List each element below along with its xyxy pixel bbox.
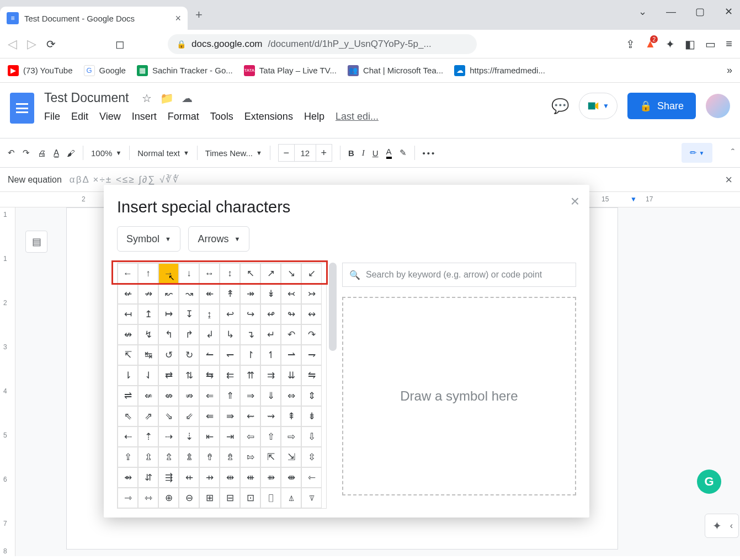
- character-cell[interactable]: ⇓: [260, 386, 281, 406]
- browser-menu-icon[interactable]: ≡: [726, 38, 732, 50]
- bookmark-item[interactable]: ☁https://framedmedi...: [454, 65, 545, 76]
- sidepanel-icon[interactable]: ◧: [685, 38, 695, 51]
- chevron-down-icon[interactable]: ⌄: [634, 3, 651, 20]
- character-cell[interactable]: ⌷: [260, 488, 281, 508]
- character-cell[interactable]: ⇎: [158, 386, 179, 406]
- redo-icon[interactable]: ↷: [23, 148, 30, 158]
- character-cell[interactable]: ↩: [220, 304, 240, 324]
- character-cell[interactable]: ⇿: [138, 488, 158, 508]
- character-cell[interactable]: ↰: [158, 324, 179, 345]
- character-cell[interactable]: ↧: [179, 304, 199, 324]
- character-cell[interactable]: ⇂: [118, 365, 138, 386]
- maximize-icon[interactable]: ▢: [691, 3, 708, 20]
- menu-extensions[interactable]: Extensions: [244, 111, 293, 122]
- character-cell[interactable]: ↴: [240, 324, 260, 345]
- increase-font-icon[interactable]: +: [316, 147, 332, 159]
- character-cell[interactable]: ↙: [301, 263, 322, 284]
- reload-icon[interactable]: ⟳: [46, 38, 56, 51]
- character-cell[interactable]: ⇇: [220, 365, 240, 386]
- character-cell[interactable]: ↓: [179, 263, 199, 284]
- character-cell[interactable]: ↠: [240, 284, 260, 304]
- collapse-toolbar-icon[interactable]: ˆ: [731, 147, 734, 159]
- character-cell[interactable]: ⇺: [240, 467, 260, 488]
- character-cell[interactable]: ⇹: [220, 467, 240, 488]
- font-size-stepper[interactable]: − 12 +: [278, 144, 332, 162]
- character-cell[interactable]: ⇃: [138, 365, 158, 386]
- character-cell[interactable]: ⇼: [281, 467, 301, 488]
- highlight-icon[interactable]: ✎: [400, 148, 407, 158]
- bookmark-item[interactable]: GGoogle: [84, 65, 126, 76]
- vertical-ruler[interactable]: 1 1 2 3 4 5 6 7 8: [0, 207, 15, 556]
- character-cell[interactable]: ⇋: [301, 365, 322, 386]
- character-cell[interactable]: ⇌: [118, 386, 138, 406]
- character-cell[interactable]: ↘: [281, 263, 301, 284]
- character-cell[interactable]: ↶: [281, 324, 301, 345]
- character-cell[interactable]: ⇏: [179, 386, 199, 406]
- character-cell[interactable]: ⇖: [118, 406, 138, 426]
- character-cell[interactable]: ←: [118, 263, 138, 284]
- paint-format-icon[interactable]: 🖌: [67, 148, 75, 158]
- bookmarks-overflow-icon[interactable]: »: [727, 65, 732, 76]
- character-cell[interactable]: ⇳: [301, 447, 322, 467]
- character-cell[interactable]: ↦: [158, 304, 179, 324]
- bookmark-item[interactable]: TATATata Play – Live TV...: [244, 65, 337, 76]
- character-cell[interactable]: ↹: [138, 345, 158, 365]
- character-cell[interactable]: ⇝: [260, 406, 281, 426]
- new-equation-button[interactable]: New equation: [8, 175, 62, 185]
- character-cell[interactable]: ⊡: [240, 488, 260, 508]
- character-cell[interactable]: ⇅: [179, 365, 199, 386]
- character-cell[interactable]: ⇨: [281, 426, 301, 447]
- character-cell[interactable]: ⇞: [281, 406, 301, 426]
- close-dialog-icon[interactable]: ×: [571, 193, 579, 210]
- docs-logo[interactable]: [10, 93, 34, 124]
- share-page-icon[interactable]: ⇪: [626, 38, 635, 51]
- menu-tools[interactable]: Tools: [210, 111, 233, 122]
- character-cell[interactable]: ↫: [260, 304, 281, 324]
- document-title[interactable]: Test Document: [44, 90, 129, 105]
- character-cell[interactable]: ↬: [281, 304, 301, 324]
- character-cell[interactable]: ↣: [301, 284, 322, 304]
- draw-symbol-area[interactable]: Draw a symbol here: [342, 297, 576, 495]
- text-color-icon[interactable]: A: [386, 147, 392, 159]
- character-cell[interactable]: ⇵: [138, 467, 158, 488]
- character-cell[interactable]: ↞: [199, 284, 220, 304]
- character-cell[interactable]: ↪: [240, 304, 260, 324]
- character-cell[interactable]: ↤: [118, 304, 138, 324]
- bookmark-item[interactable]: 👥Chat | Microsoft Tea...: [348, 65, 443, 76]
- character-cell[interactable]: ⇴: [118, 467, 138, 488]
- character-cell[interactable]: ⇮: [199, 447, 220, 467]
- grid-scrollbar[interactable]: [329, 263, 337, 351]
- character-cell[interactable]: ↼: [199, 345, 220, 365]
- character-cell[interactable]: ⇊: [281, 365, 301, 386]
- character-cell[interactable]: ↯: [138, 324, 158, 345]
- character-cell[interactable]: ⍋: [281, 488, 301, 508]
- character-cell[interactable]: ⇆: [199, 365, 220, 386]
- print-icon[interactable]: 🖨: [38, 148, 46, 158]
- bookmark-page-icon[interactable]: ◻: [115, 38, 125, 51]
- character-cell[interactable]: ⇭: [179, 447, 199, 467]
- meet-button[interactable]: ▼: [579, 93, 617, 119]
- character-cell[interactable]: ⇩: [301, 426, 322, 447]
- category-dropdown[interactable]: Symbol▼: [117, 226, 180, 252]
- character-cell[interactable]: ⇉: [260, 365, 281, 386]
- character-cell[interactable]: ⇔: [281, 386, 301, 406]
- character-cell[interactable]: ↗: [260, 263, 281, 284]
- character-cell[interactable]: ⇯: [220, 447, 240, 467]
- bookmark-item[interactable]: ▶(73) YouTube: [8, 65, 73, 76]
- character-cell[interactable]: ⇁: [301, 345, 322, 365]
- character-cell[interactable]: ⇢: [158, 426, 179, 447]
- character-cell[interactable]: ⊕: [158, 488, 179, 508]
- style-dropdown[interactable]: Normal text▼: [137, 148, 189, 158]
- character-cell[interactable]: ⇀: [281, 345, 301, 365]
- character-cell[interactable]: ⇽: [301, 467, 322, 488]
- move-icon[interactable]: 📁: [160, 92, 174, 104]
- menu-insert[interactable]: Insert: [132, 111, 157, 122]
- character-cell[interactable]: ⇣: [179, 426, 199, 447]
- wallet-icon[interactable]: ▭: [705, 38, 716, 51]
- search-characters-input[interactable]: 🔍 Search by keyword (e.g. arrow) or code…: [342, 263, 576, 287]
- character-cell[interactable]: ⇐: [199, 386, 220, 406]
- brave-shields-icon[interactable]: ▲: [645, 38, 656, 50]
- grammarly-icon[interactable]: G: [697, 470, 721, 494]
- character-cell[interactable]: ⇡: [138, 426, 158, 447]
- character-cell[interactable]: ⊟: [220, 488, 240, 508]
